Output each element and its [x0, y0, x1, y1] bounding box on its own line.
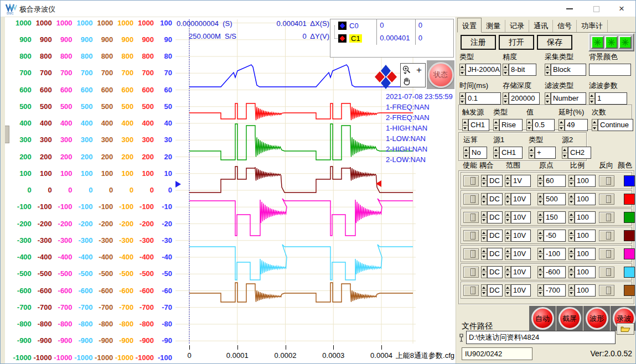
origin-spinner[interactable]	[537, 211, 544, 223]
close-button[interactable]: ×	[609, 1, 634, 17]
range-spinner[interactable]	[505, 266, 511, 278]
channel-enable-toggle[interactable]	[463, 248, 479, 259]
scale-field[interactable]: 100	[575, 266, 596, 278]
tab-功率计[interactable]: 功率计	[577, 20, 608, 32]
param-field[interactable]	[589, 64, 631, 76]
param-field[interactable]: Block	[551, 64, 586, 76]
group-spinner[interactable]	[592, 119, 598, 131]
group-field[interactable]: Continue	[598, 119, 633, 131]
group-field[interactable]: CH1	[468, 119, 489, 131]
param-spinner[interactable]	[503, 64, 509, 76]
param-field[interactable]: 1	[595, 92, 627, 105]
range-spinner[interactable]	[505, 230, 511, 242]
group-field[interactable]: +	[535, 147, 556, 159]
coupling-field[interactable]: DC	[487, 284, 503, 297]
coupling-spinner[interactable]	[481, 230, 487, 242]
tab-通讯[interactable]: 通讯	[529, 20, 553, 32]
scale-spinner[interactable]	[568, 193, 575, 205]
coupling-spinner[interactable]	[481, 211, 487, 223]
channel-color-swatch[interactable]	[624, 285, 635, 296]
range-spinner[interactable]	[505, 284, 511, 297]
crosshair-tool-icon[interactable]: +	[416, 65, 422, 75]
cursor-name[interactable]: C1	[349, 34, 362, 43]
device-id-input[interactable]	[462, 347, 532, 360]
scale-spinner[interactable]	[568, 248, 575, 260]
channel-invert-toggle[interactable]	[599, 285, 614, 296]
scale-spinner[interactable]	[568, 266, 575, 278]
group-spinner[interactable]	[462, 119, 468, 131]
scale-field[interactable]: 100	[575, 248, 596, 260]
pan-hand-tool-icon[interactable]	[402, 77, 411, 86]
coupling-spinner[interactable]	[481, 175, 487, 187]
coupling-field[interactable]: DC	[487, 248, 503, 260]
scale-spinner[interactable]	[568, 230, 575, 242]
截屏-button[interactable]: 截屏	[559, 307, 581, 330]
origin-field[interactable]: -100	[544, 248, 566, 260]
channel-enable-toggle[interactable]	[463, 212, 479, 223]
channel-invert-toggle[interactable]	[599, 175, 614, 186]
coupling-field[interactable]: DC	[487, 230, 503, 242]
group-field[interactable]: 0.5	[532, 119, 555, 131]
browse-folder-button[interactable]	[617, 323, 634, 335]
scale-spinner[interactable]	[568, 175, 575, 187]
range-field[interactable]: 10V	[511, 230, 531, 242]
scale-field[interactable]: 100	[575, 211, 596, 223]
channel-invert-toggle[interactable]	[599, 230, 614, 241]
打开-button[interactable]: 打开	[499, 35, 534, 50]
range-spinner[interactable]	[505, 175, 511, 187]
origin-field[interactable]: 150	[544, 211, 566, 223]
param-field[interactable]: 0.1	[466, 92, 501, 105]
origin-spinner[interactable]	[537, 193, 544, 205]
coupling-spinner[interactable]	[481, 266, 487, 278]
channel-enable-toggle[interactable]	[463, 230, 479, 241]
param-spinner[interactable]	[459, 92, 466, 105]
channel-enable-toggle[interactable]	[463, 267, 479, 278]
param-spinner[interactable]	[459, 64, 466, 76]
scale-field[interactable]: 100	[575, 284, 596, 297]
range-field[interactable]: 1V	[511, 175, 531, 187]
param-field[interactable]: 8-bit	[509, 64, 536, 76]
group-field[interactable]: Rise	[499, 119, 523, 131]
cursor-row[interactable]: C000	[330, 19, 453, 32]
range-field[interactable]: 10V	[511, 284, 531, 297]
channel-enable-toggle[interactable]	[463, 194, 479, 205]
origin-field[interactable]: -50	[544, 230, 566, 242]
channel-enable-toggle[interactable]	[463, 285, 479, 296]
coupling-field[interactable]: DC	[487, 175, 503, 187]
range-spinner[interactable]	[505, 211, 511, 223]
channel-color-swatch[interactable]	[624, 175, 635, 186]
scale-field[interactable]: 100	[575, 175, 596, 187]
tab-记录[interactable]: 记录	[505, 20, 529, 32]
led-indicator[interactable]	[605, 36, 618, 49]
coupling-spinner[interactable]	[481, 193, 487, 205]
param-spinner[interactable]	[589, 92, 595, 105]
origin-spinner[interactable]	[537, 284, 544, 297]
param-field[interactable]: Number	[551, 92, 586, 105]
origin-spinner[interactable]	[537, 230, 544, 242]
channel-color-swatch[interactable]	[624, 267, 635, 278]
tab-测量[interactable]: 测量	[482, 20, 505, 32]
channel-color-swatch[interactable]	[624, 248, 635, 259]
side-panel-handle[interactable]	[5, 126, 9, 143]
波形-button[interactable]: 波形	[586, 307, 608, 330]
channel-enable-toggle[interactable]	[463, 175, 479, 186]
group-spinner[interactable]	[493, 119, 499, 131]
origin-spinner[interactable]	[537, 266, 544, 278]
range-field[interactable]: 10V	[511, 248, 531, 260]
scale-spinner[interactable]	[568, 284, 575, 297]
cursor-name[interactable]: C0	[349, 22, 359, 30]
自动-button[interactable]: 自动	[531, 307, 554, 330]
origin-field[interactable]: -700	[544, 284, 566, 297]
param-spinner[interactable]	[545, 92, 551, 105]
channel-invert-toggle[interactable]	[599, 248, 614, 259]
group-spinner[interactable]	[559, 119, 565, 131]
cursor-table[interactable]: C000C10.0004010	[330, 19, 454, 58]
coupling-spinner[interactable]	[481, 284, 487, 297]
origin-spinner[interactable]	[537, 175, 544, 187]
channel-invert-toggle[interactable]	[599, 212, 614, 223]
origin-field[interactable]: 60	[544, 175, 566, 187]
param-field[interactable]: JH-2000A	[466, 64, 501, 76]
channel-invert-toggle[interactable]	[599, 267, 614, 278]
origin-field[interactable]: 500	[544, 193, 566, 205]
group-spinner[interactable]	[463, 147, 469, 159]
